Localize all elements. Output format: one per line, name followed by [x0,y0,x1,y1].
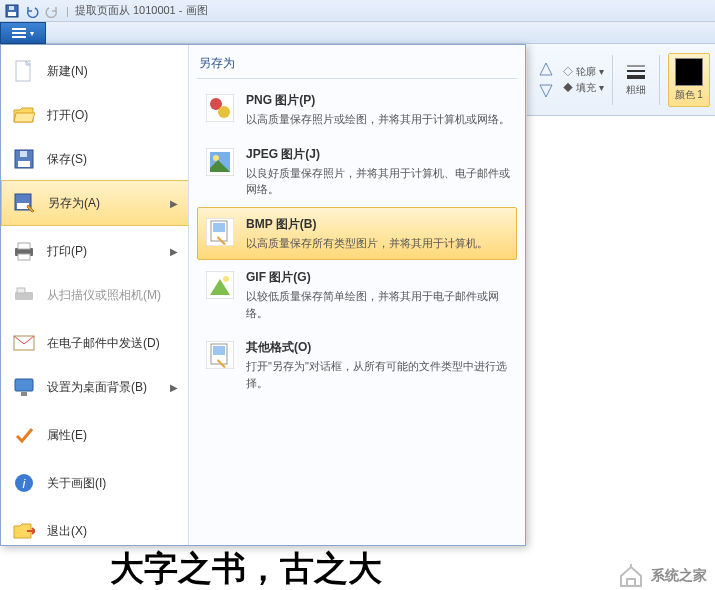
redo-icon[interactable] [44,3,60,19]
png-icon [204,92,236,124]
format-desc: 以良好质量保存照片，并将其用于计算机、电子邮件或网络。 [246,165,510,198]
save-disk-icon [11,147,37,171]
info-icon: i [11,471,37,495]
file-menu-dropdown: 新建(N) 打开(O) 保存(S) 另存为(A) ▶ 打印(P) ▶ 从扫描仪或… [0,44,526,546]
svg-rect-38 [213,346,225,355]
exit-icon [11,519,37,543]
fill-dropdown[interactable]: ◆ 填充 ▾ [563,81,604,95]
house-icon [617,564,645,588]
desktop-icon [11,375,37,399]
file-menu-left-column: 新建(N) 打开(O) 保存(S) 另存为(A) ▶ 打印(P) ▶ 从扫描仪或… [1,45,189,545]
menu-set-desktop[interactable]: 设置为桌面背景(B) ▶ [1,365,188,409]
submenu-arrow-icon: ▶ [170,382,178,393]
window-title: 提取页面从 1010001 - 画图 [75,3,208,18]
menu-label: 保存(S) [47,151,87,168]
ribbon-fragment: ◇ 轮廓 ▾ ◆ 填充 ▾ 粗细 颜色 1 [527,44,715,116]
menu-from-scanner: 从扫描仪或照相机(M) [1,273,188,317]
format-desc: 打开"另存为"对话框，从所有可能的文件类型中进行选择。 [246,358,510,391]
svg-rect-3 [12,28,26,30]
format-png[interactable]: PNG 图片(P) 以高质量保存照片或绘图，并将其用于计算机或网络。 [197,83,517,137]
svg-rect-4 [12,32,26,34]
svg-rect-2 [9,6,14,10]
checkmark-icon [11,423,37,447]
color-1-swatch[interactable]: 颜色 1 [668,53,710,107]
menu-label: 关于画图(I) [47,475,106,492]
menu-send-email[interactable]: 在电子邮件中发送(D) [1,321,188,365]
menu-label: 新建(N) [47,63,88,80]
format-title: BMP 图片(B) [246,216,510,233]
email-icon [11,331,37,355]
svg-rect-33 [213,223,225,232]
menu-label: 另存为(A) [48,195,100,212]
menu-about[interactable]: i 关于画图(I) [1,461,188,505]
submenu-arrow-icon: ▶ [170,246,178,257]
menu-save-as[interactable]: 另存为(A) ▶ [1,180,188,226]
format-gif[interactable]: GIF 图片(G) 以较低质量保存简单绘图，并将其用于电子邮件或网络。 [197,260,517,330]
menu-properties[interactable]: 属性(E) [1,413,188,457]
format-desc: 以较低质量保存简单绘图，并将其用于电子邮件或网络。 [246,288,510,321]
format-title: 其他格式(O) [246,339,510,356]
svg-rect-5 [12,36,26,38]
format-title: GIF 图片(G) [246,269,510,286]
shape-up-icon[interactable] [537,61,555,79]
jpeg-icon [204,146,236,178]
save-as-panel-title: 另存为 [197,51,517,79]
save-as-format-panel: 另存为 PNG 图片(P) 以高质量保存照片或绘图，并将其用于计算机或网络。 J… [189,45,525,545]
file-menu-button[interactable] [0,22,46,44]
menu-label: 在电子邮件中发送(D) [47,335,160,352]
watermark-text: 系统之家 [651,567,707,585]
menu-label: 设置为桌面背景(B) [47,379,147,396]
qat-separator: | [66,5,69,17]
format-title: PNG 图片(P) [246,92,510,109]
watermark: 系统之家 [617,564,707,588]
menu-open[interactable]: 打开(O) [1,93,188,137]
svg-point-27 [218,106,230,118]
svg-rect-22 [21,392,27,396]
submenu-arrow-icon: ▶ [170,198,178,209]
menu-new[interactable]: 新建(N) [1,49,188,93]
format-title: JPEG 图片(J) [246,146,510,163]
save-as-icon [12,191,38,215]
menu-save[interactable]: 保存(S) [1,137,188,181]
menu-label: 退出(X) [47,523,87,540]
format-desc: 以高质量保存所有类型图片，并将其用于计算机。 [246,235,510,252]
svg-rect-12 [20,151,27,157]
outline-dropdown[interactable]: ◇ 轮廓 ▾ [563,65,604,79]
gif-icon [204,269,236,301]
svg-point-35 [223,276,229,282]
shape-down-icon[interactable] [537,81,555,99]
open-folder-icon [11,103,37,127]
canvas-text: 大字之书，古之大 [110,546,382,590]
new-file-icon [11,59,37,83]
save-icon[interactable] [4,3,20,19]
menu-label: 从扫描仪或照相机(M) [47,287,161,304]
quick-access-toolbar: | 提取页面从 1010001 - 画图 [0,0,715,22]
svg-rect-11 [18,161,30,167]
printer-icon [11,239,37,263]
svg-rect-17 [18,254,30,260]
stroke-weight[interactable]: 粗细 [621,61,651,99]
other-format-icon [204,339,236,371]
menu-print[interactable]: 打印(P) ▶ [1,229,188,273]
svg-rect-16 [18,243,30,249]
scanner-icon [11,283,37,307]
svg-rect-19 [17,288,25,293]
format-desc: 以高质量保存照片或绘图，并将其用于计算机或网络。 [246,111,510,128]
menu-label: 属性(E) [47,427,87,444]
undo-icon[interactable] [24,3,40,19]
format-jpeg[interactable]: JPEG 图片(J) 以良好质量保存照片，并将其用于计算机、电子邮件或网络。 [197,137,517,207]
menu-label: 打开(O) [47,107,88,124]
bmp-icon [204,216,236,248]
format-other[interactable]: 其他格式(O) 打开"另存为"对话框，从所有可能的文件类型中进行选择。 [197,330,517,400]
svg-rect-21 [15,379,33,391]
format-bmp[interactable]: BMP 图片(B) 以高质量保存所有类型图片，并将其用于计算机。 [197,207,517,261]
svg-rect-1 [8,12,16,16]
menu-label: 打印(P) [47,243,87,260]
